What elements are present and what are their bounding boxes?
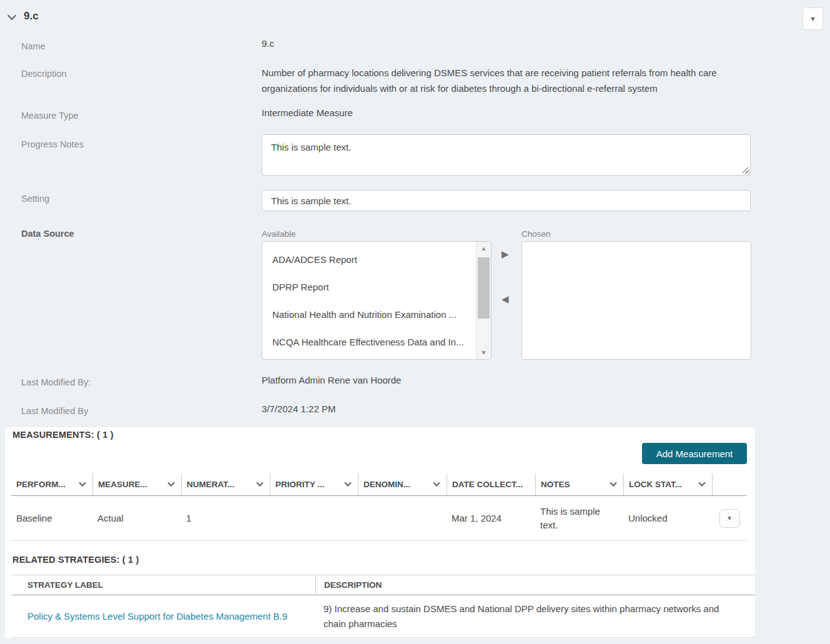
available-list-scrollbar[interactable]: ▲ ▼ bbox=[476, 242, 491, 359]
cell-lock-status: Unlocked bbox=[623, 512, 712, 525]
cell-notes: This is sample text. bbox=[535, 505, 623, 532]
arrow-right-icon: ▶ bbox=[501, 249, 509, 259]
table-row: Baseline Actual 1 Mar 1, 2024 This is sa… bbox=[11, 496, 747, 541]
add-measurement-button[interactable]: Add Measurement bbox=[642, 443, 747, 464]
cell-measure: Actual bbox=[92, 512, 181, 525]
measure-type-label: Measure Type bbox=[21, 111, 79, 121]
available-list-item[interactable]: DPRP Report bbox=[262, 274, 491, 301]
available-list-item[interactable]: ADA/ADCES Report bbox=[262, 246, 491, 274]
column-header-lock-status[interactable]: LOCK STAT... bbox=[623, 473, 712, 495]
strategy-link[interactable]: Policy & Systems Level Support for Diabe… bbox=[27, 611, 287, 622]
measurements-panel: MEASUREMENTS: ( 1 ) Add Measurement PERF… bbox=[5, 427, 755, 638]
move-to-available-button[interactable]: ◀ bbox=[501, 294, 509, 305]
progress-notes-textarea[interactable]: This is sample text. bbox=[262, 134, 751, 176]
available-listbox: ADA/ADCES Report DPRP Report National He… bbox=[262, 241, 492, 360]
measurements-table-header: PERFORM... MEASURE... NUMERAT... PRIORIT… bbox=[11, 473, 747, 496]
last-modified-by-value: Platform Admin Rene van Hoorde bbox=[262, 375, 401, 385]
strategy-description: 9) Increase and sustain DSMES and Nation… bbox=[315, 602, 755, 632]
chevron-down-icon[interactable] bbox=[167, 479, 174, 486]
scroll-up-icon[interactable]: ▲ bbox=[477, 245, 491, 252]
scrollbar-thumb[interactable] bbox=[478, 257, 490, 319]
column-header-date-collected[interactable]: DATE COLLECT... bbox=[447, 473, 535, 495]
cell-performance: Baseline bbox=[11, 512, 92, 525]
name-label: Name bbox=[21, 41, 46, 51]
row-actions-button[interactable]: ▼ bbox=[719, 509, 740, 528]
last-modified-date-label: Last Modified By bbox=[21, 406, 88, 416]
chosen-listbox bbox=[521, 241, 751, 360]
progress-notes-label: Progress Notes bbox=[21, 139, 84, 149]
column-header-actions bbox=[712, 473, 747, 495]
measurements-table: PERFORM... MEASURE... NUMERAT... PRIORIT… bbox=[11, 473, 747, 541]
column-header-denominator[interactable]: DENOMIN... bbox=[358, 473, 447, 495]
available-list-item[interactable]: NCQA Healthcare Effectiveness Data and I… bbox=[262, 329, 491, 356]
data-source-label: Data Source bbox=[21, 229, 74, 239]
cell-date-collected: Mar 1, 2024 bbox=[447, 512, 535, 525]
setting-input[interactable] bbox=[262, 190, 751, 211]
measurements-section-title: MEASUREMENTS: ( 1 ) bbox=[12, 430, 114, 440]
chevron-down-icon[interactable] bbox=[433, 479, 440, 486]
chevron-down-icon[interactable] bbox=[7, 11, 16, 20]
caret-down-icon: ▼ bbox=[809, 15, 816, 22]
column-header-notes[interactable]: NOTES bbox=[535, 473, 623, 495]
chosen-list-label: Chosen bbox=[521, 229, 551, 239]
description-label: Description bbox=[21, 69, 67, 79]
column-header-performance[interactable]: PERFORM... bbox=[11, 473, 92, 495]
chevron-down-icon[interactable] bbox=[256, 479, 263, 486]
name-value: 9.c bbox=[262, 38, 274, 49]
column-header-description: DESCRIPTION bbox=[315, 575, 755, 595]
section-collapse-button[interactable]: ▼ bbox=[803, 7, 823, 30]
move-to-chosen-button[interactable]: ▶ bbox=[501, 249, 509, 260]
description-value: Number of pharmacy locations delivering … bbox=[262, 65, 751, 96]
setting-label: Setting bbox=[21, 194, 49, 204]
chevron-down-icon[interactable] bbox=[698, 479, 705, 486]
chevron-down-icon[interactable] bbox=[610, 479, 616, 486]
column-header-priority[interactable]: PRIORITY ... bbox=[270, 473, 358, 495]
arrow-left-icon: ◀ bbox=[501, 294, 509, 304]
scroll-down-icon[interactable]: ▼ bbox=[477, 349, 491, 356]
column-header-numerator[interactable]: NUMERAT... bbox=[181, 473, 270, 495]
cell-numerator: 1 bbox=[181, 512, 270, 525]
page-title: 9.c bbox=[24, 10, 39, 22]
available-list-label: Available bbox=[262, 229, 296, 239]
related-strategies-section-title: RELATED STRATEGIES: ( 1 ) bbox=[12, 555, 139, 565]
table-row: Policy & Systems Level Support for Diabe… bbox=[11, 595, 755, 638]
caret-down-icon: ▼ bbox=[726, 515, 733, 522]
related-strategies-header: STRATEGY LABEL DESCRIPTION bbox=[11, 575, 755, 595]
measure-type-value: Intermediate Measure bbox=[262, 107, 353, 118]
chevron-down-icon[interactable] bbox=[79, 479, 86, 486]
available-list-item[interactable]: National Health and Nutrition Examinatio… bbox=[262, 301, 491, 329]
column-header-strategy-label: STRATEGY LABEL bbox=[11, 575, 315, 595]
related-strategies-table: STRATEGY LABEL DESCRIPTION Policy & Syst… bbox=[11, 575, 755, 638]
last-modified-by-label: Last Modified By: bbox=[21, 377, 91, 387]
column-header-measure[interactable]: MEASURE... bbox=[92, 473, 181, 495]
last-modified-date-value: 3/7/2024 1:22 PM bbox=[262, 404, 335, 414]
chevron-down-icon[interactable] bbox=[344, 479, 351, 486]
